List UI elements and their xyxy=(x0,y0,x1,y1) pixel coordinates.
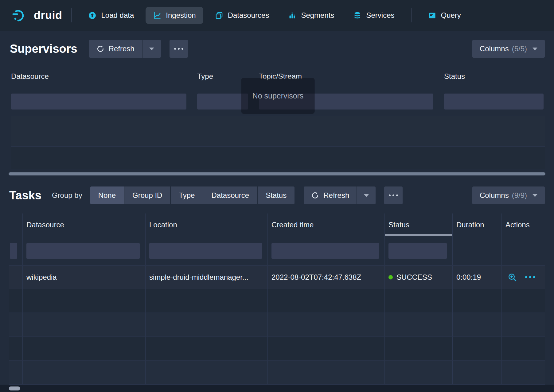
header-location[interactable]: Location xyxy=(145,213,267,236)
nav-query[interactable]: Query xyxy=(421,7,468,24)
header-datasource[interactable]: Datasource xyxy=(11,66,192,87)
success-status-dot-icon xyxy=(388,275,393,279)
supervisors-horizontal-scrollbar[interactable] xyxy=(9,172,545,175)
refresh-label: Refresh xyxy=(323,191,349,200)
group-by-segmented-control: None Group ID Type Datasource Status xyxy=(90,186,295,204)
chevron-down-icon xyxy=(533,48,537,50)
nav-ingestion[interactable]: Ingestion xyxy=(146,7,203,24)
location-filter-input[interactable] xyxy=(149,243,262,259)
task-location: simple-druid-middlemanager... xyxy=(149,266,252,289)
header-duration[interactable]: Duration xyxy=(452,213,501,236)
supervisors-refresh-button[interactable]: Refresh xyxy=(89,40,142,58)
created-time-filter-input[interactable] xyxy=(271,243,379,259)
header-status-sorted[interactable]: Status xyxy=(384,213,452,236)
table-row xyxy=(11,147,545,169)
nav-label: Datasources xyxy=(228,11,269,20)
datasources-icon xyxy=(215,11,223,20)
supervisors-refresh-caret-button[interactable] xyxy=(142,40,161,58)
ingestion-icon xyxy=(153,11,161,20)
tasks-toolbar: Tasks Group by None Group ID Type Dataso… xyxy=(0,175,554,213)
supervisors-table: Datasource Type Topic/Stream Status No s… xyxy=(11,66,545,169)
header-spacer xyxy=(9,213,22,236)
load-data-icon xyxy=(88,11,96,20)
query-nav: Query xyxy=(421,7,468,24)
status-filter-input[interactable] xyxy=(388,243,447,259)
task-created-time: 2022-08-02T07:42:47.638Z xyxy=(267,266,384,289)
datasource-filter-input[interactable] xyxy=(11,94,186,110)
task-status: SUCCESS xyxy=(396,273,432,282)
table-row xyxy=(9,313,545,337)
druid-logo[interactable]: druid xyxy=(12,8,62,22)
task-more-actions-button[interactable] xyxy=(525,276,535,278)
nav-divider xyxy=(411,8,412,22)
tasks-refresh-caret-button[interactable] xyxy=(357,186,376,204)
task-detail-button[interactable] xyxy=(507,272,517,282)
table-row xyxy=(9,289,545,313)
task-actions-cell xyxy=(501,266,545,289)
task-status-cell: SUCCESS xyxy=(384,266,452,289)
tasks-header-row: Datasource Location Created time Status … xyxy=(9,213,545,236)
refresh-icon xyxy=(96,45,104,53)
refresh-icon xyxy=(311,191,319,199)
tasks-filter-row xyxy=(9,236,545,266)
tasks-refresh-group: Refresh xyxy=(304,186,376,204)
nav-label: Segments xyxy=(301,11,334,20)
tasks-more-button[interactable] xyxy=(384,186,403,204)
type-filter-input[interactable] xyxy=(197,94,248,110)
chevron-down-icon xyxy=(149,48,154,50)
status-filter-input[interactable] xyxy=(444,94,544,110)
nav-label: Query xyxy=(441,11,461,20)
segments-icon xyxy=(288,11,296,20)
supervisors-more-button[interactable] xyxy=(170,40,188,58)
nav-load-data[interactable]: Load data xyxy=(81,7,141,24)
tasks-table: Datasource Location Created time Status … xyxy=(9,213,545,385)
nav-label: Services xyxy=(366,11,394,20)
more-icon xyxy=(389,194,398,196)
group-by-datasource-button[interactable]: Datasource xyxy=(203,186,257,204)
nav-label: Load data xyxy=(101,11,134,20)
header-status[interactable]: Status xyxy=(439,66,545,87)
table-row xyxy=(9,361,545,385)
supervisors-toolbar: Supervisors Refresh Columns (5/5) xyxy=(0,31,554,66)
main-nav: Load data Ingestion Datasources Segments… xyxy=(81,7,402,24)
tasks-horizontal-scrollbar-thumb[interactable] xyxy=(9,386,20,390)
columns-count: (9/9) xyxy=(512,191,527,200)
supervisors-title: Supervisors xyxy=(10,42,77,56)
more-icon xyxy=(525,276,535,278)
datasource-filter-input[interactable] xyxy=(26,243,140,259)
columns-label: Columns xyxy=(480,191,509,200)
tasks-title: Tasks xyxy=(9,189,41,202)
supervisors-columns-button[interactable]: Columns (5/5) xyxy=(472,40,545,58)
group-by-status-button[interactable]: Status xyxy=(258,186,295,204)
refresh-label: Refresh xyxy=(109,44,135,53)
columns-count: (5/5) xyxy=(512,44,527,53)
header-actions[interactable]: Actions xyxy=(501,213,545,236)
druid-logo-icon xyxy=(12,8,29,22)
nav-divider xyxy=(71,8,72,22)
tasks-section: Tasks Group by None Group ID Type Dataso… xyxy=(0,175,554,385)
task-datasource: wikipedia xyxy=(22,266,145,289)
table-row xyxy=(11,116,545,147)
nav-datasources[interactable]: Datasources xyxy=(208,7,277,24)
task-duration: 0:00:19 xyxy=(452,266,501,289)
services-icon xyxy=(353,11,361,20)
brand-name: druid xyxy=(34,9,62,22)
tasks-columns-button[interactable]: Columns (9/9) xyxy=(472,186,545,204)
task-id-filter-input[interactable] xyxy=(10,243,17,259)
group-by-group-id-button[interactable]: Group ID xyxy=(124,186,170,204)
header-datasource[interactable]: Datasource xyxy=(22,213,145,236)
task-row-wikipedia[interactable]: wikipedia simple-druid-middlemanager... … xyxy=(9,266,545,289)
group-by-type-button[interactable]: Type xyxy=(171,186,203,204)
group-by-none-button[interactable]: None xyxy=(90,186,124,204)
more-icon xyxy=(174,48,183,50)
nav-segments[interactable]: Segments xyxy=(281,7,341,24)
nav-services[interactable]: Services xyxy=(346,7,402,24)
supervisors-refresh-group: Refresh xyxy=(89,40,161,58)
nav-label: Ingestion xyxy=(166,11,196,20)
table-row xyxy=(9,337,545,361)
tasks-refresh-button[interactable]: Refresh xyxy=(304,186,357,204)
top-navbar: druid Load data Ingestion Datasources Se xyxy=(0,0,554,31)
header-created-time[interactable]: Created time xyxy=(267,213,384,236)
group-by-label: Group by xyxy=(52,191,82,200)
columns-label: Columns xyxy=(480,44,509,53)
